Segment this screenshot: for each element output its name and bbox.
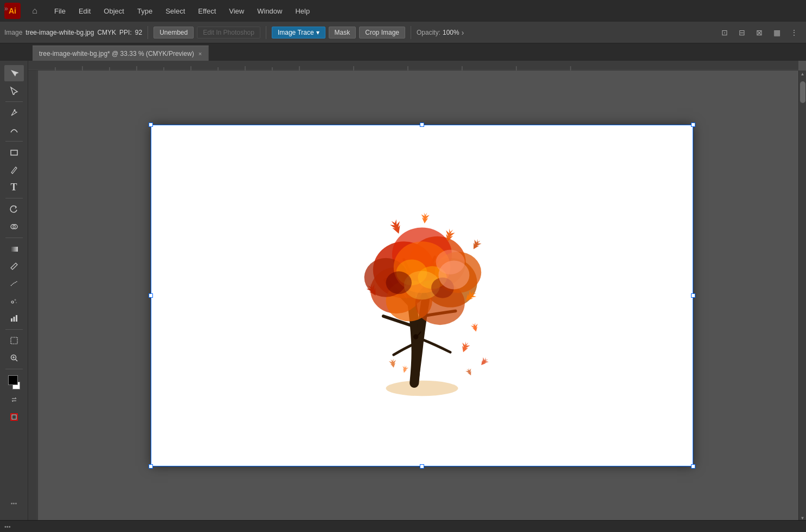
tab-close-button[interactable]: × [199,50,202,57]
menu-edit[interactable]: Edit [73,5,96,17]
scroll-track [800,76,805,516]
image-trace-dropdown-icon: ▾ [316,29,319,36]
handle-bottom-left[interactable] [149,464,153,469]
handle-middle-left[interactable] [149,293,153,298]
artboard-tool[interactable] [4,332,24,349]
crop-image-button[interactable]: Crop Image [359,27,405,39]
swap-colors-icon[interactable] [9,395,19,405]
menu-bar: Ai ⌂ File Edit Object Type Select Effect… [0,0,806,22]
section-label: Image [4,29,22,36]
handle-top-center[interactable] [420,123,424,127]
menu-type[interactable]: Type [132,5,158,17]
separator-1 [148,26,148,39]
svg-point-8 [14,299,16,301]
tool-sep-5 [5,329,23,330]
svg-rect-13 [11,337,17,344]
right-icons: ⊡ ⊟ ⊠ ▦ ⋮ [717,25,802,40]
blend-tool[interactable] [4,275,24,292]
tool-sep-3 [5,198,23,198]
svg-line-6 [12,268,14,270]
separator-3 [411,26,411,39]
column-graph-tool[interactable] [4,310,24,326]
svg-rect-19 [12,415,16,419]
svg-rect-1 [11,150,17,155]
svg-rect-5 [10,247,18,252]
draw-mode-tool[interactable] [4,409,24,425]
pen-tool[interactable] [4,105,24,121]
toolbar: T [0,61,28,520]
align-left-icon-btn[interactable]: ⊟ [734,25,750,40]
pencil-tool[interactable] [4,162,24,178]
scroll-up-btn[interactable]: ▲ [800,72,805,76]
gradient-tool[interactable] [4,241,24,257]
menu-file[interactable]: File [49,5,71,17]
scroll-down-btn[interactable]: ▼ [800,516,805,520]
align-right-icon-btn[interactable]: ▦ [769,25,784,40]
handle-bottom-center[interactable] [420,464,424,469]
image-trace-label: Image Trace [278,29,314,36]
svg-point-51 [386,271,412,294]
handle-top-left[interactable] [149,123,153,127]
document-canvas [151,125,693,466]
document-tab[interactable]: tree-image-white-bg.jpg* @ 33.33 % (CMYK… [33,46,209,61]
menu-help[interactable]: Help [290,5,315,17]
handle-top-right[interactable] [691,123,695,127]
zoom-tool[interactable] [4,350,24,366]
opacity-chevron[interactable]: › [462,28,464,37]
svg-point-37 [386,380,458,396]
extra-tools [9,395,19,405]
bottom-status: ••• [4,523,11,530]
svg-point-0 [14,110,15,111]
selection-tool[interactable] [4,65,24,81]
shape-builder-tool[interactable] [4,219,24,235]
tree-image [319,182,525,409]
menu-select[interactable]: Select [160,5,190,17]
tool-sep-4 [5,238,23,238]
home-icon[interactable]: ⌂ [27,3,42,18]
align-center-icon-btn[interactable]: ⊠ [752,25,767,40]
rectangle-tool[interactable] [4,144,24,161]
direct-selection-tool[interactable] [4,82,24,99]
more-tools-btn[interactable]: ••• [4,495,24,511]
text-tool[interactable]: T [4,179,24,195]
artboard-icon-btn[interactable]: ⊡ [717,25,732,40]
color-mode-label: CMYK [97,29,116,36]
svg-rect-11 [13,317,15,322]
rotate-tool[interactable] [4,201,24,217]
tool-sep-6 [5,369,23,369]
canvas-area[interactable]: › ▲ ▼ [28,61,806,520]
symbol-sprayer-tool[interactable] [4,293,24,309]
mask-button[interactable]: Mask [329,27,356,39]
separator-2 [266,26,266,39]
handle-bottom-right[interactable] [691,464,695,469]
color-fill-stroke[interactable] [6,374,22,390]
menu-effect[interactable]: Effect [193,5,221,17]
opacity-group: Opacity: 100% › [417,28,464,37]
filename-label: tree-image-white-bg.jpg [25,29,94,36]
unembed-button[interactable]: Unembed [153,27,194,39]
menu-view[interactable]: View [223,5,250,17]
tab-expand-icon[interactable]: » [4,0,8,17]
properties-bar: Image tree-image-white-bg.jpg CMYK PPI: … [0,22,806,43]
edit-in-photoshop-button: Edit In Photoshop [197,27,260,39]
tool-sep-2 [5,141,23,142]
fill-color[interactable] [8,375,18,385]
curvature-tool[interactable] [4,122,24,138]
bottom-bar: ••• [0,520,806,532]
image-trace-button[interactable]: Image Trace ▾ [272,27,325,39]
menu-object[interactable]: Object [98,5,130,17]
ruler-horizontal [28,61,798,70]
opacity-label: Opacity: [417,29,440,36]
scroll-thumb[interactable] [800,81,805,103]
handle-middle-right[interactable] [691,293,695,298]
svg-point-9 [16,302,17,303]
eyedropper-tool[interactable] [4,258,24,274]
ppi-label: PPI: [119,29,132,36]
more-icon-btn[interactable]: ⋮ [786,25,802,40]
menu-window[interactable]: Window [252,5,287,17]
scrollbar-vertical[interactable]: ▲ ▼ [798,70,806,520]
ppi-value: 92 [135,29,142,36]
svg-line-2 [11,172,12,174]
opacity-value[interactable]: 100% [443,29,459,36]
svg-rect-12 [16,315,17,322]
